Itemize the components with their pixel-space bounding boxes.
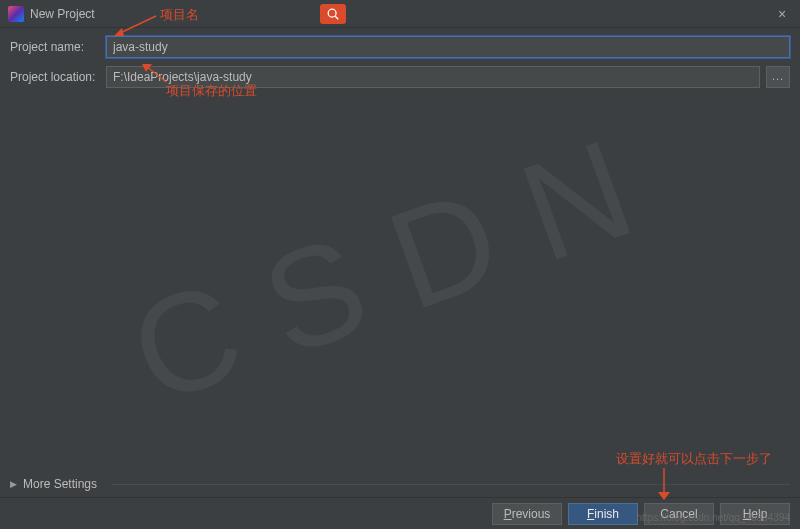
- project-name-row: Project name:: [10, 36, 790, 58]
- app-icon: [8, 6, 24, 22]
- svg-line-1: [335, 16, 338, 19]
- project-name-label: Project name:: [10, 40, 100, 54]
- browse-button[interactable]: ...: [766, 66, 790, 88]
- more-settings-label: More Settings: [23, 477, 97, 491]
- previous-button[interactable]: Previous: [492, 503, 562, 525]
- separator: [111, 484, 790, 485]
- window-title: New Project: [30, 7, 95, 21]
- close-icon[interactable]: ×: [772, 6, 792, 22]
- content-area: Project name: Project location: ...: [0, 28, 800, 104]
- project-location-input[interactable]: [106, 66, 760, 88]
- annotation-finish-hint: 设置好就可以点击下一步了: [616, 450, 772, 468]
- finish-button[interactable]: Finish: [568, 503, 638, 525]
- titlebar: New Project ×: [0, 0, 800, 28]
- project-location-row: Project location: ...: [10, 66, 790, 88]
- more-settings-toggle[interactable]: ▶ More Settings: [10, 477, 790, 491]
- finish-label-rest: inish: [594, 507, 619, 521]
- magnifier-icon: [326, 7, 340, 21]
- previous-label-rest: revious: [512, 507, 551, 521]
- project-location-label: Project location:: [10, 70, 100, 84]
- project-name-input[interactable]: [106, 36, 790, 58]
- watermark-url: https://blog.csdn.net/qq_46394394: [637, 512, 790, 523]
- chevron-right-icon: ▶: [10, 479, 17, 489]
- annotation-search-icon: [320, 4, 346, 24]
- svg-point-0: [328, 9, 336, 17]
